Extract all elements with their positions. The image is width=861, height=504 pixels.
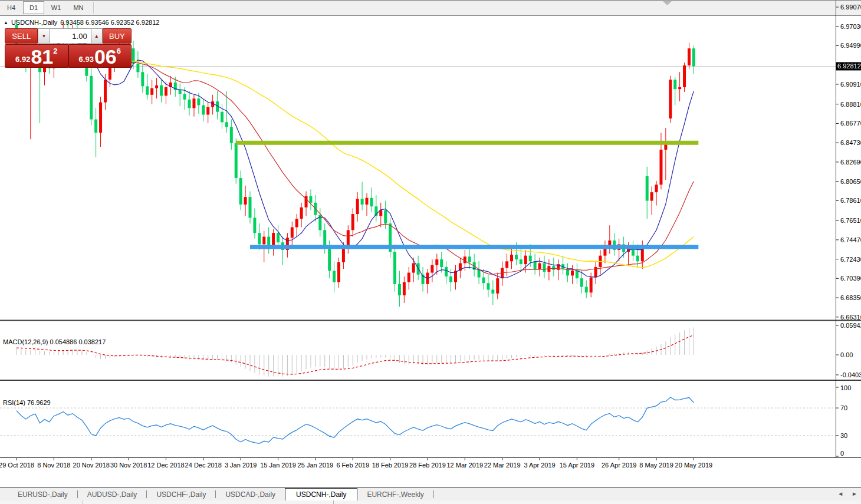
- one-click-trading-panel: SELL ▼ ▲ BUY 6.92 81 2 6.93 06 6: [5, 28, 132, 68]
- rsi-indicator-label: RSI(14) 76.9629: [3, 399, 51, 406]
- sell-button[interactable]: SELL: [5, 28, 38, 44]
- macd-indicator: 0.0594220.00-0.040371: [17, 322, 861, 378]
- svg-text:20 May 2019: 20 May 2019: [675, 462, 713, 469]
- svg-text:18 Feb 2019: 18 Feb 2019: [372, 462, 409, 469]
- svg-text:6.80650: 6.80650: [840, 178, 861, 185]
- svg-text:25 Jan 2019: 25 Jan 2019: [298, 462, 334, 469]
- pane-borders: [0, 1, 861, 458]
- price-axis: 6.990706.970306.949906.909106.888106.867…: [836, 4, 861, 321]
- chart-tab-usdcnh[interactable]: USDCNH-,Daily: [285, 488, 357, 500]
- svg-text:6.76510: 6.76510: [840, 217, 861, 224]
- chart-window: 6.990706.970306.949906.909106.888106.867…: [0, 16, 861, 487]
- svg-text:70: 70: [840, 404, 847, 411]
- chart-canvas: 6.990706.970306.949906.909106.888106.867…: [0, 0, 861, 489]
- svg-text:26 Apr 2019: 26 Apr 2019: [602, 462, 636, 469]
- svg-text:3 Jan 2019: 3 Jan 2019: [225, 462, 257, 469]
- chart-tab-eurusd[interactable]: EURUSD-,Daily: [8, 489, 77, 500]
- svg-text:6.78610: 6.78610: [840, 197, 861, 204]
- chart-tabs: EURUSD-,DailyAUDUSD-,DailyUSDCHF-,DailyU…: [8, 488, 434, 500]
- svg-text:12 Mar 2019: 12 Mar 2019: [446, 462, 483, 469]
- svg-text:6.90910: 6.90910: [840, 81, 861, 88]
- tab-scroll-right-icon[interactable]: ►: [852, 490, 857, 497]
- svg-text:100: 100: [840, 384, 851, 391]
- chart-tab-usdcad[interactable]: USDCAD-,Daily: [216, 489, 285, 500]
- chart-ohlc-values: 6.93458 6.93546 6.92352 6.92812: [60, 19, 159, 26]
- chart-tab-audusd[interactable]: AUDUSD-,Daily: [78, 489, 147, 500]
- ask-price-major: 6.93: [79, 55, 94, 64]
- svg-text:28 Feb 2019: 28 Feb 2019: [409, 462, 446, 469]
- status-bar: [0, 500, 861, 504]
- svg-text:30: 30: [840, 432, 847, 439]
- svg-text:6.99070: 6.99070: [840, 4, 861, 11]
- svg-text:12 Dec 2018: 12 Dec 2018: [147, 462, 184, 469]
- date-axis: 29 Oct 20188 Nov 201820 Nov 201830 Nov 2…: [0, 458, 712, 469]
- svg-text:6.82690: 6.82690: [840, 159, 861, 166]
- chart-symbol-title: USDCNH-,Daily: [11, 19, 57, 26]
- svg-text:-0.040371: -0.040371: [840, 371, 861, 378]
- macd-indicator-label: MACD(12,26,9) 0.054886 0.038217: [3, 338, 106, 345]
- ask-price-box[interactable]: 6.93 06 6: [68, 44, 132, 68]
- svg-text:6.92812: 6.92812: [837, 62, 861, 70]
- chart-tab-bar: EURUSD-,DailyAUDUSD-,DailyUSDCHF-,DailyU…: [0, 487, 861, 500]
- svg-text:6.68350: 6.68350: [840, 294, 861, 301]
- ask-price-point: 6: [117, 47, 121, 55]
- status-cell: [0, 500, 83, 504]
- moving-averages: [17, 44, 694, 279]
- chart-title-bar: ▲ USDCNH-,Daily 6.93458 6.93546 6.92352 …: [4, 19, 159, 26]
- status-cell: [83, 500, 334, 504]
- tab-scroll-arrows: ◄ ►: [837, 490, 857, 497]
- mt4-terminal: H4D1W1MN 6.990706.970306.949906.909106.8…: [0, 0, 861, 504]
- chart-tab-usdchf[interactable]: USDCHF-,Daily: [147, 489, 215, 500]
- collapse-panel-icon[interactable]: ▲: [4, 20, 8, 25]
- bid-price-box[interactable]: 6.92 81 2: [5, 44, 68, 68]
- svg-text:8 May 2019: 8 May 2019: [639, 462, 673, 469]
- svg-text:30 Nov 2018: 30 Nov 2018: [110, 462, 147, 469]
- svg-text:3 Apr 2019: 3 Apr 2019: [524, 462, 555, 469]
- svg-text:24 Dec 2018: 24 Dec 2018: [185, 462, 222, 469]
- svg-text:6.86770: 6.86770: [840, 120, 861, 127]
- svg-text:6.74470: 6.74470: [840, 236, 861, 243]
- svg-text:29 Oct 2018: 29 Oct 2018: [0, 462, 34, 469]
- svg-text:15 Jan 2019: 15 Jan 2019: [260, 462, 296, 469]
- svg-text:6.70390: 6.70390: [840, 275, 861, 282]
- rsi-indicator: 10070300: [0, 384, 851, 457]
- svg-text:6.97030: 6.97030: [840, 23, 861, 30]
- ma8-line[interactable]: [17, 44, 694, 279]
- svg-text:8 Nov 2018: 8 Nov 2018: [37, 462, 70, 469]
- volume-down-icon[interactable]: ▼: [38, 28, 50, 44]
- ask-price-pips: 06: [94, 48, 117, 65]
- svg-text:0: 0: [840, 450, 844, 457]
- status-cell: [334, 500, 861, 504]
- volume-input[interactable]: [50, 28, 91, 44]
- svg-text:6.94990: 6.94990: [840, 42, 861, 49]
- svg-text:0.00: 0.00: [840, 351, 853, 358]
- svg-text:15 Apr 2019: 15 Apr 2019: [560, 462, 594, 469]
- svg-text:6.72430: 6.72430: [840, 256, 861, 263]
- bid-price-major: 6.92: [15, 55, 30, 64]
- svg-text:6.66310: 6.66310: [840, 314, 861, 321]
- svg-text:6.84730: 6.84730: [840, 139, 861, 146]
- ma21-line[interactable]: [17, 48, 694, 275]
- bid-price-point: 2: [53, 47, 57, 55]
- svg-text:22 Mar 2019: 22 Mar 2019: [484, 462, 521, 469]
- svg-text:6 Feb 2019: 6 Feb 2019: [336, 462, 369, 469]
- chart-tab-eurchf[interactable]: EURCHF-,Weekly: [357, 489, 433, 500]
- volume-up-icon[interactable]: ▲: [91, 28, 103, 44]
- svg-text:20 Nov 2018: 20 Nov 2018: [73, 462, 110, 469]
- buy-button[interactable]: BUY: [103, 28, 132, 44]
- svg-text:6.88810: 6.88810: [840, 101, 861, 108]
- chart-shift-marker-icon[interactable]: [663, 1, 672, 5]
- tab-scroll-left-icon[interactable]: ◄: [837, 490, 843, 497]
- svg-text:0.059422: 0.059422: [840, 322, 861, 329]
- tab-separator: [433, 490, 434, 498]
- bid-price-pips: 81: [31, 48, 53, 65]
